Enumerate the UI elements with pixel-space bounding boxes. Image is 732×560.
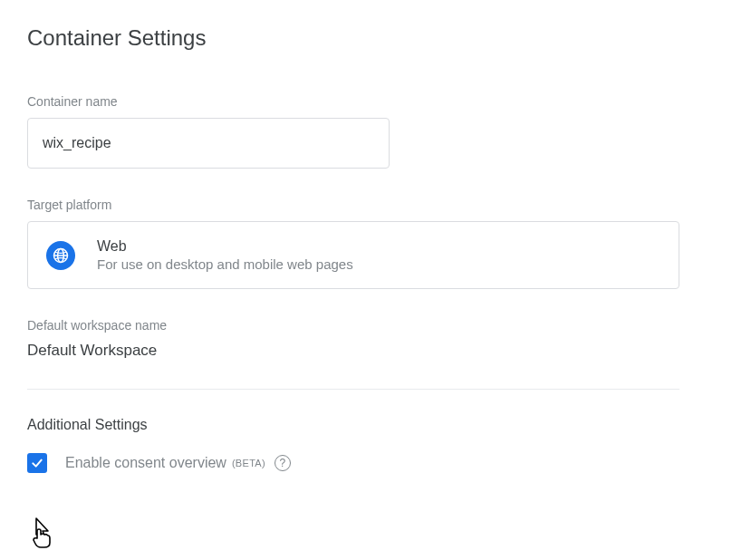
target-platform-section: Target platform Web For use on desktop a… [27,198,705,289]
target-platform-card[interactable]: Web For use on desktop and mobile web pa… [27,221,679,289]
beta-badge: (BETA) [232,458,265,468]
globe-icon [46,241,75,270]
container-name-section: Container name [27,94,705,169]
default-workspace-value: Default Workspace [27,342,705,360]
page-title: Container Settings [27,25,705,51]
default-workspace-label: Default workspace name [27,318,705,333]
consent-overview-checkbox[interactable] [27,453,47,473]
divider [27,389,679,390]
consent-overview-row: Enable consent overview (BETA) ? [27,453,705,473]
target-platform-label: Target platform [27,198,705,212]
default-workspace-section: Default workspace name Default Workspace [27,318,705,360]
consent-overview-label: Enable consent overview (BETA) ? [65,455,291,471]
additional-settings-section: Additional Settings Enable consent overv… [27,417,705,473]
container-name-input[interactable] [27,118,390,169]
consent-overview-label-text: Enable consent overview [65,455,226,471]
cursor-icon [29,517,56,549]
check-icon [30,456,44,470]
platform-name: Web [97,238,353,255]
additional-settings-heading: Additional Settings [27,417,705,433]
help-icon[interactable]: ? [274,455,291,471]
container-name-label: Container name [27,94,705,109]
platform-description: For use on desktop and mobile web pages [97,256,353,272]
